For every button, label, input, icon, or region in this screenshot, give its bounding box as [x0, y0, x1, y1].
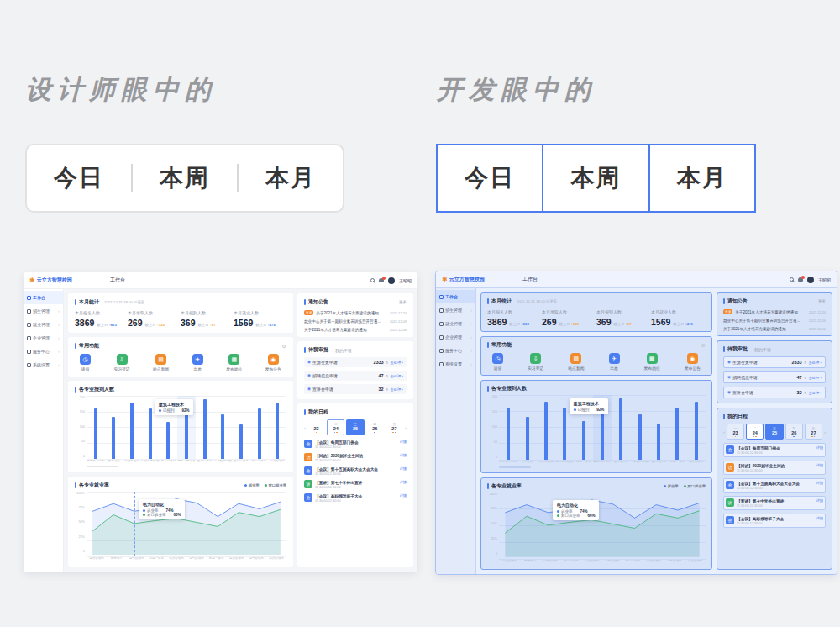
approval-handle-link[interactable]: 去处理 ›	[390, 361, 403, 365]
notice-row[interactable]: 关于2021年人才培养方案建设的通知2021.12.06	[723, 327, 826, 331]
bell-icon[interactable]	[798, 277, 803, 282]
approval-handle-link[interactable]: 去处理 ›	[808, 376, 822, 380]
main-right-column: 通知公告 更多 置顶关于2021年人才培养方案建设的通知2021.12.20就业…	[297, 293, 413, 567]
schedule-detail-link[interactable]: 详情	[816, 481, 823, 485]
chevron-left-icon[interactable]: ‹	[723, 429, 725, 435]
leave-icon: ◷	[492, 353, 503, 364]
quick-action-news[interactable]: ▤站点新闻	[568, 353, 584, 371]
calendar-day-27[interactable]: 五27	[805, 424, 822, 440]
approval-handle-link[interactable]: 去处理 ›	[390, 374, 403, 378]
calendar-day-24[interactable]: 二24	[746, 424, 764, 440]
chart-scrollbar[interactable]	[87, 465, 286, 467]
search-icon[interactable]	[790, 277, 794, 282]
schedule-detail-link[interactable]: 详情	[400, 466, 407, 471]
calendar-day-24[interactable]: 二24	[327, 419, 344, 435]
sidebar-item-service[interactable]: 服务中心›	[24, 345, 63, 358]
x-tick: 汽车检测与维修	[213, 459, 232, 465]
gear-icon[interactable]: ⚙	[282, 343, 286, 349]
schedule-detail-link[interactable]: 详情	[400, 440, 407, 444]
quick-action-announce[interactable]: ◉发布公告	[265, 354, 281, 371]
approval-handle-link[interactable]: 去处理 ›	[808, 361, 822, 365]
schedule-detail-link[interactable]: 详情	[400, 493, 407, 498]
meeting-icon: 会	[726, 445, 734, 454]
sidebar-item-employment[interactable]: 就业管理›	[24, 318, 63, 331]
approvals-tab-mine[interactable]: 我的申请	[335, 348, 352, 353]
schedule-detail-link[interactable]: 详情	[816, 463, 823, 467]
schedule-detail-link[interactable]: 详情	[816, 498, 823, 503]
notice-row[interactable]: 关于2021年人才培养方案建设的通知2021.12.06	[304, 328, 407, 332]
notices-more-link[interactable]: 更多	[818, 299, 826, 303]
quick-action-post-job[interactable]: ▦发布岗位	[226, 354, 242, 371]
schedule-item-time: 11:30:00-12:30:00	[737, 522, 814, 525]
bar-y-axis: 200150100500	[487, 395, 499, 468]
calendar-day-25[interactable]: 三25	[765, 424, 783, 440]
approvals-tab-pending[interactable]: 待我审批	[308, 346, 328, 354]
schedule-detail-link[interactable]: 详情	[400, 453, 407, 457]
notice-row[interactable]: 就业中心关于第十期职业素养训练营开营通...2021.12.09	[723, 319, 826, 323]
approvals-tab-pending[interactable]: 待我审批	[727, 345, 748, 353]
quick-action-post-job[interactable]: ▦发布岗位	[644, 353, 660, 371]
chevron-right-icon: ›	[470, 321, 472, 326]
sidebar-item-settings[interactable]: 系统设置›	[436, 357, 475, 371]
sidebar-item-employment[interactable]: 就业管理›	[436, 317, 475, 330]
calendar-day-23[interactable]: 一23	[307, 419, 325, 435]
gear-icon[interactable]: ⚙	[701, 342, 706, 348]
schedule-detail-link[interactable]: 详情	[816, 445, 823, 450]
quick-action-internship[interactable]: ⇩实习登记	[528, 353, 543, 371]
approval-handle-link[interactable]: 去处理 ›	[808, 391, 822, 395]
calendar-day-27[interactable]: 五27	[386, 419, 403, 435]
sidebar-item-workbench[interactable]: 工作台	[24, 291, 63, 304]
segment-today[interactable]: 今日	[54, 162, 104, 194]
chevron-right-icon[interactable]: ›	[824, 429, 826, 435]
schedule-item-main: 【会议】第十五届高职大会大会大会11:30:00-12:30:00	[737, 481, 814, 490]
schedule-detail-link[interactable]: 详情	[400, 480, 407, 484]
segment-today[interactable]: 今日	[436, 144, 543, 213]
sidebar-item-enterprise[interactable]: 企业管理›	[24, 331, 63, 345]
sidebar-item-settings[interactable]: 系统设置›	[24, 358, 63, 371]
quick-action-leave[interactable]: ◷请假	[492, 353, 503, 371]
notice-row[interactable]: 置顶关于2021年人才培养方案建设的通知2021.12.20	[723, 309, 826, 314]
calendar-day-25[interactable]: 三25	[346, 419, 364, 435]
header-tab-workbench[interactable]: 工作台	[522, 276, 538, 283]
schedule-item-time: 11:30:00-12:30:00	[315, 445, 397, 449]
notice-row[interactable]: 置顶关于2021年人才培养方案建设的通知2021.12.20	[304, 310, 407, 315]
schedule-item-time: 11:30:00-12:30:00	[737, 469, 814, 472]
avatar[interactable]	[807, 277, 814, 283]
quick-action-trip[interactable]: ✈出差	[192, 354, 203, 371]
approval-handle-link[interactable]: 去处理 ›	[390, 387, 403, 392]
calendar-day-23[interactable]: 一23	[727, 424, 744, 440]
sidebar-item-admissions[interactable]: 招生管理›	[436, 303, 475, 317]
stats-row: 本月报名人数3869较上月 ↑823本月录取人数269较上月 ↑123本月报到人…	[75, 310, 286, 328]
y-tick: 200	[492, 395, 497, 398]
segment-month[interactable]: 本月	[265, 162, 316, 194]
tooltip-value: 66%	[587, 514, 595, 518]
quick-action-trip[interactable]: ✈出差	[609, 353, 620, 371]
sidebar-item-enterprise[interactable]: 企业管理›	[436, 330, 475, 344]
segment-week[interactable]: 本周	[542, 144, 649, 213]
calendar-strip: ‹一23二24三25四26五27›	[304, 419, 407, 435]
quick-action-announce[interactable]: ◉发布公告	[685, 353, 701, 371]
quick-action-news[interactable]: ▤站点新闻	[153, 354, 169, 371]
approval-row: ◉生源变更申请2333条去处理 ›	[304, 357, 407, 367]
avatar[interactable]	[388, 277, 395, 284]
notice-row[interactable]: 就业中心关于第十期职业素养训练营开营通...2021.12.09	[304, 319, 407, 324]
chevron-right-icon[interactable]: ›	[405, 425, 407, 430]
header-tab-workbench[interactable]: 工作台	[110, 277, 125, 284]
segment-month[interactable]: 本月	[648, 144, 756, 213]
schedule-detail-link[interactable]: 详情	[816, 516, 823, 520]
chart-scrollbar[interactable]	[499, 466, 706, 468]
bell-icon[interactable]	[379, 278, 384, 282]
chevron-left-icon[interactable]: ‹	[304, 425, 306, 430]
sidebar-item-admissions[interactable]: 招生管理›	[24, 304, 63, 318]
notices-more-link[interactable]: 更多	[399, 300, 407, 304]
approvals-tab-mine[interactable]: 我的申请	[754, 347, 771, 352]
calendar-day-26[interactable]: 四26	[785, 424, 803, 440]
sidebar-item-workbench[interactable]: 工作台	[436, 290, 475, 303]
search-icon[interactable]	[370, 278, 375, 282]
calendar-day-26[interactable]: 四26	[366, 419, 384, 435]
approval-row: ◉生源变更申请2333条去处理 ›	[723, 356, 826, 368]
quick-action-leave[interactable]: ◷请假	[80, 354, 91, 371]
sidebar-item-service[interactable]: 服务中心›	[436, 344, 475, 357]
quick-action-internship[interactable]: ⇩实习登记	[113, 354, 129, 371]
segment-week[interactable]: 本周	[160, 162, 210, 194]
